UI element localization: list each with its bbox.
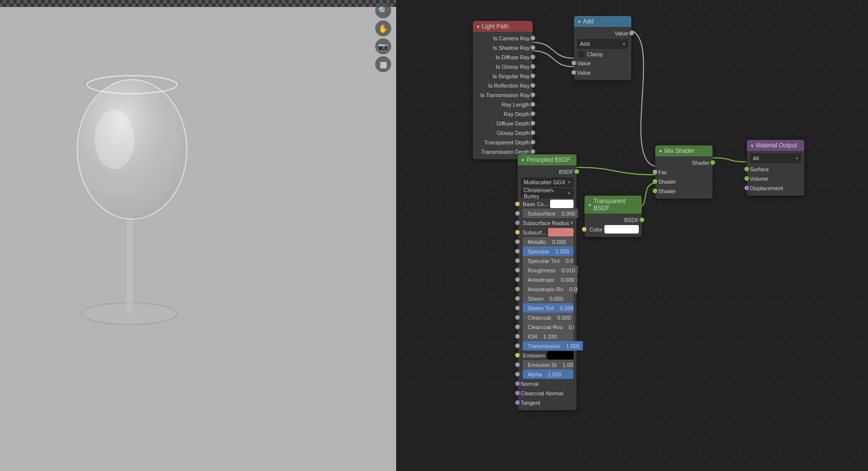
param-specular-tint[interactable]: Specular Tint0.000 [518, 256, 577, 265]
input-shader[interactable]: Shader [658, 179, 676, 185]
clamp-label: Clamp [587, 51, 603, 57]
input-clearcoat-normal[interactable]: Clearcoat Normal [518, 388, 577, 398]
param-specular[interactable]: Specular1.200 [518, 246, 577, 256]
param-transmission[interactable]: Transmission1.000 [518, 341, 577, 351]
node-editor[interactable]: ▾Light Path Is Camera RayIs Shadow RayIs… [396, 0, 868, 471]
svg-point-4 [95, 110, 135, 169]
param-roughness[interactable]: Roughness0.010 [518, 265, 577, 275]
node-mix-shader[interactable]: ▾Mix Shader Shader Fac Shader Shader [655, 145, 713, 199]
projection-icon[interactable]: ▦ [375, 56, 391, 72]
node-title: Principled BSDF [527, 156, 571, 163]
viewport-toolbar: 🔍 ✋ 📷 ▦ [375, 2, 391, 72]
output-bsdf: BSDF [559, 169, 574, 175]
emission-color-swatch[interactable] [547, 351, 574, 359]
output-shader: Shader [692, 160, 710, 166]
zoom-icon[interactable]: 🔍 [375, 2, 391, 18]
render-viewport[interactable]: 🔍 ✋ 📷 ▦ [0, 0, 396, 471]
output-is-glossy-ray[interactable]: Is Glossy Ray [473, 62, 533, 71]
emission-label: Emission [523, 353, 545, 358]
checker-strip [0, 0, 396, 7]
subsurface-color-label: Subsurf... [523, 230, 546, 236]
node-math-add[interactable]: ▾Add Value Add▾ Clamp Value Value [574, 16, 631, 80]
output-diffuse-depth[interactable]: Diffuse Depth [473, 118, 533, 128]
input-shader[interactable]: Shader [658, 188, 676, 194]
output-value: Value [615, 30, 628, 36]
param-ior[interactable]: IOR1.330 [518, 332, 577, 341]
chevron-down-icon: ▾ [588, 202, 591, 208]
hand-icon[interactable]: ✋ [375, 20, 391, 36]
camera-icon[interactable]: 📷 [375, 38, 391, 54]
param-anisotropic-ro[interactable]: Anisotropic Ro0.000 [518, 284, 577, 294]
param-subsurface[interactable]: Subsurface0.000 [518, 209, 577, 218]
input-value[interactable]: Value [577, 70, 590, 76]
chevron-down-icon: ▾ [751, 143, 753, 148]
param-metallic[interactable]: Metallic0.000 [518, 237, 577, 246]
output-target-dropdown[interactable]: All▾ [750, 153, 801, 163]
node-title: Transparent BSDF [593, 198, 638, 212]
output-bsdf: BSDF [624, 217, 639, 223]
input-fac[interactable]: Fac [658, 169, 667, 175]
node-transparent-bsdf[interactable]: ▾Transparent BSDF BSDF Color [584, 196, 642, 237]
param-clearcoat[interactable]: Clearcoat0.000 [518, 313, 577, 322]
chevron-down-icon: ▾ [578, 19, 580, 24]
render-preview [75, 70, 199, 334]
param-sheen-tint[interactable]: Sheen Tint0.500 [518, 303, 577, 313]
transparent-color-swatch[interactable] [604, 225, 639, 234]
node-title: Material Output [756, 142, 797, 149]
base-color-swatch[interactable] [550, 200, 574, 208]
input-tangent[interactable]: Tangent [518, 398, 577, 407]
node-title: Light Path [482, 23, 509, 30]
output-is-transmission-ray[interactable]: Is Transmission Ray [473, 90, 533, 100]
param-emission-st[interactable]: Emission St1.000 [518, 360, 577, 369]
math-operation-dropdown[interactable]: Add▾ [577, 39, 628, 49]
output-is-diffuse-ray[interactable]: Is Diffuse Ray [473, 52, 533, 62]
clamp-checkbox[interactable] [578, 51, 584, 57]
subsurface-radius[interactable]: Subsurface Radius [523, 220, 571, 226]
input-surface[interactable]: Surface [750, 166, 769, 172]
base-color-label: Base Co... [523, 201, 548, 207]
distribution-dropdown[interactable]: Multiscatter GGX▾ [521, 177, 574, 187]
input-volume[interactable]: Volume [750, 176, 768, 182]
param-clearcoat-rou[interactable]: Clearcoat Rou0.030 [518, 322, 577, 332]
node-principled-bsdf[interactable]: ▾Principled BSDF BSDF Multiscatter GGX▾ … [518, 154, 577, 410]
node-title: Add [583, 18, 593, 25]
output-is-reflection-ray[interactable]: Is Reflection Ray [473, 81, 533, 90]
param-anisotropic[interactable]: Anisotropic0.000 [518, 275, 577, 284]
output-is-shadow-ray[interactable]: Is Shadow Ray [473, 43, 533, 52]
input-value[interactable]: Value [577, 60, 590, 66]
chevron-down-icon: ▾ [522, 157, 524, 163]
input-displacement[interactable]: Displacement [750, 185, 783, 191]
output-glossy-depth[interactable]: Glossy Depth [473, 128, 533, 137]
chevron-down-icon: ▾ [477, 24, 479, 29]
output-ray-length[interactable]: Ray Length [473, 100, 533, 109]
output-is-camera-ray[interactable]: Is Camera Ray [473, 33, 533, 43]
node-material-output[interactable]: ▾Material Output All▾ Surface Volume Dis… [747, 140, 804, 196]
subsurface-color-swatch[interactable] [548, 228, 574, 236]
input-normal[interactable]: Normal [518, 379, 577, 388]
output-transparent-depth[interactable]: Transparent Depth [473, 137, 533, 147]
svg-rect-1 [127, 214, 133, 314]
chevron-down-icon: ▾ [659, 148, 662, 154]
param-alpha[interactable]: Alpha1.000 [518, 369, 577, 379]
sss-method-dropdown[interactable]: Christensen-Burley▾ [521, 188, 574, 198]
output-is-singular-ray[interactable]: Is Singular Ray [473, 71, 533, 81]
node-title: Mix Shader [664, 147, 695, 154]
color-label: Color [589, 227, 602, 233]
node-light-path[interactable]: ▾Light Path Is Camera RayIs Shadow RayIs… [473, 21, 533, 159]
param-sheen[interactable]: Sheen0.000 [518, 294, 577, 303]
output-ray-depth[interactable]: Ray Depth [473, 109, 533, 118]
